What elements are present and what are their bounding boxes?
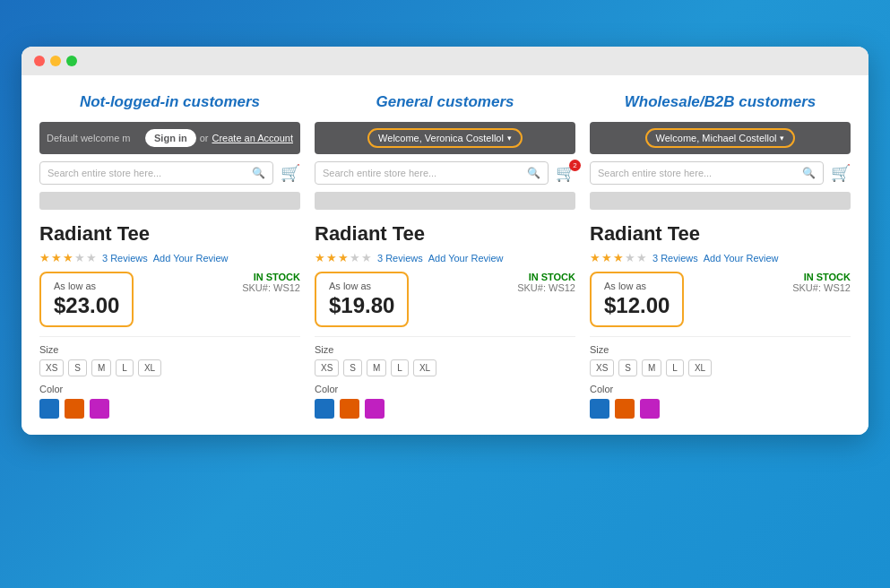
size-btn-xl[interactable]: XL: [688, 359, 712, 376]
size-options: XSSMLXL: [39, 359, 300, 376]
color-swatch-1[interactable]: [65, 399, 84, 419]
color-swatch-2[interactable]: [365, 399, 385, 419]
star-empty: ★: [74, 251, 85, 264]
search-placeholder: Search entire store here...: [598, 168, 802, 178]
nav-strip: [39, 192, 300, 210]
color-swatches: [39, 399, 300, 419]
sku-label: SKU#: WS12: [242, 282, 300, 293]
size-btn-l[interactable]: L: [116, 359, 134, 376]
size-section: SizeXSSMLXL: [590, 344, 851, 376]
star-empty: ★: [625, 251, 635, 264]
nav-strip: [315, 192, 575, 210]
color-swatch-1[interactable]: [340, 399, 359, 419]
sku-label: SKU#: WS12: [792, 282, 851, 293]
columns-container: Not-logged-in customersDefault welcome m…: [39, 93, 851, 419]
divider: [315, 336, 575, 337]
price-section: As low as$19.80IN STOCKSKU#: WS12: [315, 272, 575, 327]
welcome-pill-general[interactable]: Welcome, Veronica Costellol▾: [367, 128, 523, 148]
header-section: [22, 25, 868, 30]
welcome-text: Welcome, Veronica Costellol: [378, 133, 504, 143]
search-input-wrap[interactable]: Search entire store here...🔍: [39, 161, 273, 185]
welcome-text: Welcome, Michael Costellol: [656, 133, 777, 143]
browser-chrome: [22, 47, 868, 75]
size-btn-m[interactable]: M: [642, 359, 661, 376]
color-section: Color: [315, 384, 575, 419]
nav-bar-general: Welcome, Veronica Costellol▾: [315, 122, 575, 154]
size-btn-l[interactable]: L: [666, 359, 684, 376]
search-input-wrap[interactable]: Search entire store here...🔍: [315, 161, 549, 185]
size-label: Size: [590, 344, 851, 355]
reviews-link[interactable]: 3 Reviews: [652, 253, 698, 264]
color-swatch-1[interactable]: [615, 399, 635, 419]
col-title-wholesale: Wholesale/B2B customers: [590, 93, 851, 111]
color-swatch-0[interactable]: [590, 399, 609, 419]
star-empty: ★: [86, 251, 97, 264]
size-btn-m[interactable]: M: [367, 359, 386, 376]
star-rating: ★★★★★: [590, 251, 647, 264]
stars-row: ★★★★★3 ReviewsAdd Your Review: [39, 251, 300, 264]
size-btn-l[interactable]: L: [391, 359, 409, 376]
cart-icon-wrap[interactable]: 🛒: [831, 163, 851, 183]
price-box: As low as$23.00: [39, 272, 134, 327]
welcome-pill-wholesale[interactable]: Welcome, Michael Costellol▾: [645, 128, 796, 148]
nav-welcome-text: Default welcome m: [47, 133, 145, 143]
stars-row: ★★★★★3 ReviewsAdd Your Review: [590, 251, 851, 264]
stars-row: ★★★★★3 ReviewsAdd Your Review: [315, 251, 575, 264]
product-title-wholesale: Radiant Tee: [590, 222, 851, 246]
color-swatches: [590, 399, 851, 419]
price-section: As low as$23.00IN STOCKSKU#: WS12: [39, 272, 300, 327]
size-btn-xs[interactable]: XS: [590, 359, 614, 376]
size-btn-xs[interactable]: XS: [315, 359, 339, 376]
size-btn-s[interactable]: S: [68, 359, 87, 376]
size-btn-s[interactable]: S: [618, 359, 637, 376]
size-btn-xl[interactable]: XL: [138, 359, 161, 376]
create-account-button[interactable]: Create an Account: [212, 133, 293, 143]
browser-content: Not-logged-in customersDefault welcome m…: [22, 75, 868, 435]
search-input-wrap[interactable]: Search entire store here...🔍: [590, 161, 824, 185]
price-box: As low as$19.80: [315, 272, 409, 327]
nav-strip: [590, 192, 851, 210]
in-stock-label: IN STOCK: [517, 272, 575, 282]
add-review-link[interactable]: Add Your Review: [704, 253, 779, 264]
search-bar-wholesale: Search entire store here...🔍🛒: [590, 161, 851, 185]
color-swatch-0[interactable]: [315, 399, 334, 419]
color-swatch-2[interactable]: [90, 399, 109, 419]
column-wholesale: Wholesale/B2B customersWelcome, Michael …: [590, 93, 851, 419]
size-btn-s[interactable]: S: [343, 359, 362, 376]
size-label: Size: [39, 344, 300, 355]
as-low-as-label: As low as: [54, 281, 119, 291]
browser-dot-close[interactable]: [34, 56, 45, 66]
search-icon: 🔍: [527, 167, 540, 179]
divider: [590, 336, 851, 337]
size-btn-m[interactable]: M: [91, 359, 111, 376]
add-review-link[interactable]: Add Your Review: [428, 253, 504, 264]
browser-dot-minimize[interactable]: [50, 56, 61, 66]
signin-btn-group: Sign inorCreate an Account: [145, 129, 293, 147]
reviews-link[interactable]: 3 Reviews: [377, 253, 423, 264]
nav-bar-wholesale: Welcome, Michael Costellol▾: [590, 122, 851, 154]
cart-icon-wrap[interactable]: 🛒2: [556, 163, 575, 183]
sku-label: SKU#: WS12: [517, 282, 575, 293]
color-section: Color: [590, 384, 851, 419]
divider: [39, 336, 300, 337]
star-filled: ★: [39, 251, 50, 264]
cart-icon-wrap[interactable]: 🛒: [281, 163, 300, 183]
color-section: Color: [39, 384, 300, 419]
size-btn-xs[interactable]: XS: [39, 359, 64, 376]
search-icon: 🔍: [252, 167, 265, 179]
add-review-link[interactable]: Add Your Review: [153, 253, 229, 264]
product-title-not-logged-in: Radiant Tee: [39, 222, 300, 246]
size-btn-xl[interactable]: XL: [413, 359, 436, 376]
color-swatch-2[interactable]: [640, 399, 660, 419]
size-section: SizeXSSMLXL: [315, 344, 575, 376]
browser-dot-maximize[interactable]: [66, 56, 77, 66]
signin-button[interactable]: Sign in: [145, 129, 196, 147]
star-filled: ★: [315, 251, 325, 264]
color-swatch-0[interactable]: [39, 399, 59, 419]
star-filled: ★: [51, 251, 62, 264]
stock-info: IN STOCKSKU#: WS12: [792, 272, 851, 293]
star-filled: ★: [613, 251, 624, 264]
product-title-general: Radiant Tee: [315, 222, 575, 246]
reviews-link[interactable]: 3 Reviews: [102, 253, 148, 264]
in-stock-label: IN STOCK: [792, 272, 851, 282]
